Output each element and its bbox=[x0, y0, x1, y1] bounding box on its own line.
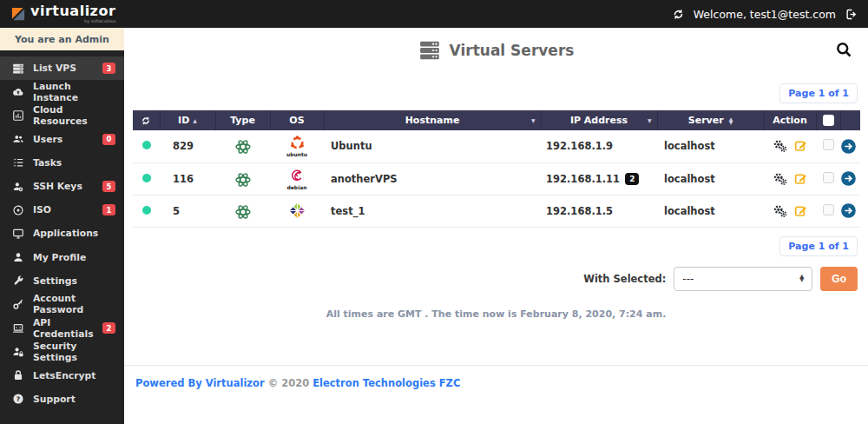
select-all-checkbox[interactable] bbox=[823, 115, 834, 126]
row-checkbox[interactable] bbox=[823, 204, 834, 215]
ip-count-badge: 2 bbox=[625, 173, 639, 185]
cloud-upload-icon bbox=[11, 86, 25, 98]
column-label: Hostname bbox=[405, 115, 460, 126]
sidebar-item-label: List VPS bbox=[33, 63, 76, 74]
column-header-os[interactable]: OS bbox=[270, 110, 324, 130]
open-vps-arrow-icon[interactable] bbox=[840, 202, 860, 219]
with-selected-select[interactable]: --- ▲▼ bbox=[674, 267, 812, 291]
sidebar-item-security-settings[interactable]: Security Settings bbox=[0, 340, 124, 363]
ssh-key-icon bbox=[11, 181, 25, 193]
sidebar-item-account-password[interactable]: Account Password bbox=[0, 293, 124, 316]
table-row: 829ubuntuUbuntu192.168.1.9localhost bbox=[133, 130, 860, 162]
manage-gears-icon[interactable] bbox=[773, 203, 788, 219]
kvm-type-icon bbox=[215, 201, 270, 222]
sidebar-item-label: Cloud Resources bbox=[33, 104, 115, 127]
sidebar-item-users[interactable]: Users0 bbox=[0, 128, 124, 151]
company-link[interactable]: Electron Technologies FZC bbox=[312, 377, 460, 389]
with-selected-label: With Selected: bbox=[583, 273, 666, 285]
ip-address: 192.168.1.11 bbox=[546, 173, 620, 185]
ip-address: 192.168.1.9 bbox=[546, 140, 613, 152]
manage-gears-icon[interactable] bbox=[773, 171, 788, 187]
servers-title-icon bbox=[418, 39, 441, 62]
edit-icon[interactable] bbox=[794, 139, 808, 153]
server-name: localhost bbox=[664, 205, 715, 217]
sidebar-item-label: Security Settings bbox=[33, 341, 115, 363]
column-header-refresh[interactable] bbox=[133, 110, 160, 130]
count-badge: 5 bbox=[102, 181, 115, 192]
column-header-checkbox[interactable] bbox=[816, 110, 840, 130]
count-badge: 3 bbox=[102, 63, 115, 74]
sidebar-item-label: API Credentials bbox=[33, 317, 95, 340]
with-selected-value: --- bbox=[682, 273, 694, 285]
sidebar-item-tasks[interactable]: Tasks bbox=[0, 151, 124, 175]
padlock-icon bbox=[11, 369, 25, 381]
server-name: localhost bbox=[664, 140, 715, 152]
count-badge: 1 bbox=[102, 204, 115, 215]
sidebar-item-ssh-keys[interactable]: SSH Keys5 bbox=[0, 175, 124, 198]
table-header-row: ID▲TypeOSHostname▼IP Address▼Server▲▼Act… bbox=[133, 110, 860, 130]
virtualizor-logo[interactable]: virtualizor by softaculous bbox=[10, 4, 115, 23]
row-checkbox[interactable] bbox=[823, 139, 834, 150]
filter-dropdown-icon[interactable]: ▼ bbox=[531, 117, 536, 123]
column-header-action[interactable]: Action bbox=[764, 110, 816, 130]
sidebar-item-applications[interactable]: Applications bbox=[0, 222, 124, 245]
question-icon: ? bbox=[11, 393, 25, 405]
sidebar-item-launch-instance[interactable]: Launch Instance bbox=[0, 80, 124, 103]
sidebar-item-label: Applications bbox=[33, 228, 98, 239]
row-checkbox[interactable] bbox=[823, 172, 834, 183]
count-badge: 0 bbox=[102, 134, 115, 145]
manage-gears-icon[interactable] bbox=[773, 138, 788, 154]
sidebar-item-list-vps[interactable]: List VPS3 bbox=[0, 56, 124, 80]
sidebar-item-settings[interactable]: Settings bbox=[0, 269, 124, 293]
count-badge: 2 bbox=[102, 322, 115, 334]
hostname: test_1 bbox=[331, 205, 365, 217]
user-lock-icon bbox=[11, 346, 25, 358]
kvm-type-icon bbox=[215, 169, 270, 189]
servers-icon bbox=[11, 63, 25, 75]
sidebar-item-label: Settings bbox=[33, 275, 77, 287]
go-button[interactable]: Go bbox=[820, 267, 858, 291]
footer: Powered By Virtualizor © 2020 Electron T… bbox=[124, 365, 868, 424]
column-header-server[interactable]: Server▲▼ bbox=[657, 110, 764, 130]
key-icon bbox=[11, 298, 25, 310]
column-label: IP Address bbox=[570, 115, 628, 126]
table-body: 829ubuntuUbuntu192.168.1.9localhost116de… bbox=[133, 130, 860, 227]
logo-text: virtualizor bbox=[30, 4, 115, 18]
os-centos-icon bbox=[270, 202, 324, 219]
sort-icon: ▲▼ bbox=[729, 117, 733, 123]
filter-dropdown-icon[interactable]: ▼ bbox=[648, 117, 652, 123]
open-vps-arrow-icon[interactable] bbox=[840, 138, 860, 155]
table-row: 116debiananotherVPS192.168.1.112localhos… bbox=[133, 162, 860, 195]
os-label: ubuntu bbox=[286, 152, 307, 157]
copyright-text: © 2020 bbox=[268, 377, 310, 389]
sidebar-item-support[interactable]: ?Support bbox=[0, 388, 124, 411]
edit-icon[interactable] bbox=[794, 172, 808, 186]
sidebar-item-letsencrypt[interactable]: LetsEncrypt bbox=[0, 363, 124, 387]
pagination-bottom[interactable]: Page 1 of 1 bbox=[779, 236, 858, 256]
refresh-icon[interactable] bbox=[672, 8, 685, 21]
sidebar: You are an Admin List VPS3Launch Instanc… bbox=[0, 28, 124, 424]
search-icon[interactable] bbox=[835, 41, 852, 58]
sidebar-item-label: LetsEncrypt bbox=[33, 370, 96, 381]
sidebar-item-iso[interactable]: ISO1 bbox=[0, 198, 124, 222]
sort-asc-icon: ▲ bbox=[193, 117, 197, 123]
edit-icon[interactable] bbox=[794, 204, 808, 218]
server-name: localhost bbox=[664, 173, 715, 185]
tasks-icon bbox=[11, 156, 25, 169]
table-refresh-icon[interactable] bbox=[141, 116, 151, 126]
sidebar-item-my-profile[interactable]: My Profile bbox=[0, 246, 124, 269]
open-vps-arrow-icon[interactable] bbox=[840, 170, 860, 187]
vps-id: 116 bbox=[173, 173, 194, 185]
column-header-hostname[interactable]: Hostname▼ bbox=[324, 110, 541, 130]
column-header-id[interactable]: ID▲ bbox=[160, 110, 215, 130]
logout-icon[interactable] bbox=[845, 8, 858, 21]
sidebar-menu: List VPS3Launch InstanceCloud ResourcesU… bbox=[0, 50, 124, 424]
hostname: Ubuntu bbox=[331, 140, 372, 152]
sidebar-item-api-credentials[interactable]: API Credentials2 bbox=[0, 316, 124, 340]
top-bar: virtualizor by softaculous Welcome, test… bbox=[0, 0, 868, 28]
column-header-type[interactable]: Type bbox=[215, 110, 270, 130]
powered-by-link[interactable]: Powered By Virtualizor bbox=[135, 377, 265, 389]
sidebar-item-cloud-resources[interactable]: Cloud Resources bbox=[0, 103, 124, 127]
column-header-ip-address[interactable]: IP Address▼ bbox=[541, 110, 657, 130]
pagination-top[interactable]: Page 1 of 1 bbox=[779, 83, 858, 103]
